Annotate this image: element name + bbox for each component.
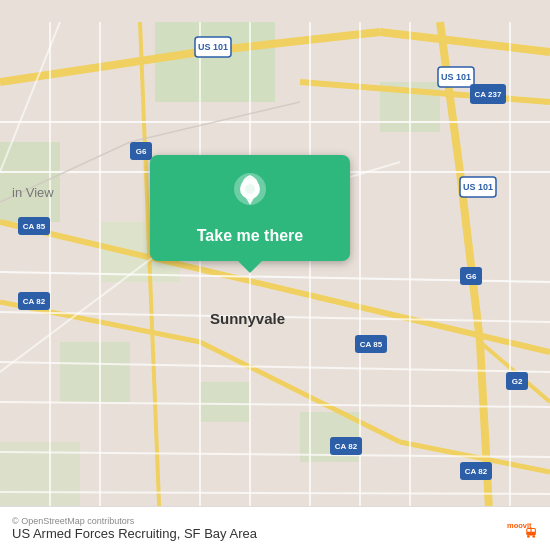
pin-icon-area (214, 155, 286, 227)
svg-text:CA 82: CA 82 (465, 467, 488, 476)
svg-text:CA 82: CA 82 (23, 297, 46, 306)
svg-rect-6 (200, 382, 250, 422)
svg-text:CA 85: CA 85 (23, 222, 46, 231)
svg-text:CA 82: CA 82 (335, 442, 358, 451)
svg-text:US 101: US 101 (441, 72, 471, 82)
svg-rect-5 (60, 342, 130, 402)
bottom-bar-info: © OpenStreetMap contributors US Armed Fo… (12, 516, 257, 541)
take-me-there-popup[interactable]: Take me there (150, 155, 350, 261)
svg-rect-1 (155, 22, 275, 102)
map-background: US 101 US 101 US 101 CA 237 CA 85 CA 85 … (0, 0, 550, 550)
svg-text:US 101: US 101 (198, 42, 228, 52)
svg-text:CA 237: CA 237 (475, 90, 502, 99)
take-me-there-button[interactable]: Take me there (181, 227, 319, 261)
attribution-text: © OpenStreetMap contributors (12, 516, 257, 526)
bottom-bar: © OpenStreetMap contributors US Armed Fo… (0, 506, 550, 550)
svg-text:G6: G6 (466, 272, 477, 281)
svg-point-76 (532, 535, 535, 538)
svg-text:in View: in View (12, 185, 54, 200)
svg-text:CA 85: CA 85 (360, 340, 383, 349)
location-pin-icon (230, 171, 270, 219)
moovit-logo: moovit (506, 513, 538, 545)
location-name-text: US Armed Forces Recruiting, SF Bay Area (12, 526, 257, 541)
svg-point-75 (527, 535, 530, 538)
map-container: US 101 US 101 US 101 CA 237 CA 85 CA 85 … (0, 0, 550, 550)
svg-rect-74 (532, 529, 535, 532)
moovit-logo-icon: moovit (506, 513, 538, 545)
svg-text:G2: G2 (512, 377, 523, 386)
svg-text:G6: G6 (136, 147, 147, 156)
svg-rect-73 (527, 529, 530, 532)
svg-text:US 101: US 101 (463, 182, 493, 192)
